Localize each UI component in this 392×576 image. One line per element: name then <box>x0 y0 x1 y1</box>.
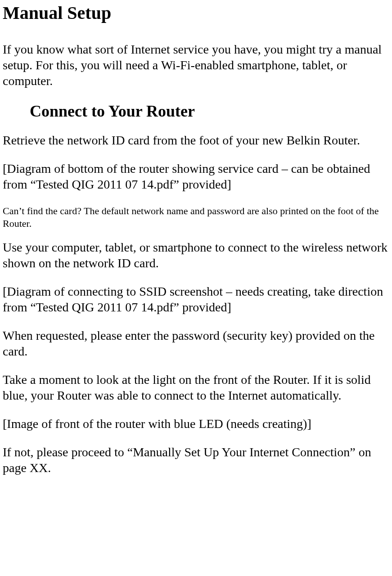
para-retrieve-card: Retrieve the network ID card from the fo… <box>3 132 389 148</box>
para-proceed-manual: If not, please proceed to “Manually Set … <box>3 444 389 476</box>
intro-paragraph: If you know what sort of Internet servic… <box>3 41 389 89</box>
para-diagram-bottom: [Diagram of bottom of the router showing… <box>3 161 389 192</box>
para-enter-password: When requested, please enter the passwor… <box>3 328 389 359</box>
section-heading: Connect to Your Router <box>3 101 389 122</box>
para-connect-device: Use your computer, tablet, or smartphone… <box>3 239 389 271</box>
para-diagram-ssid: [Diagram of connecting to SSID screensho… <box>3 284 389 315</box>
page-title: Manual Setup <box>3 2 389 24</box>
para-light-check: Take a moment to look at the light on th… <box>3 372 389 403</box>
note-cant-find-card: Can’t find the card? The default network… <box>3 205 389 230</box>
para-image-front-led: [Image of front of the router with blue … <box>3 416 389 432</box>
